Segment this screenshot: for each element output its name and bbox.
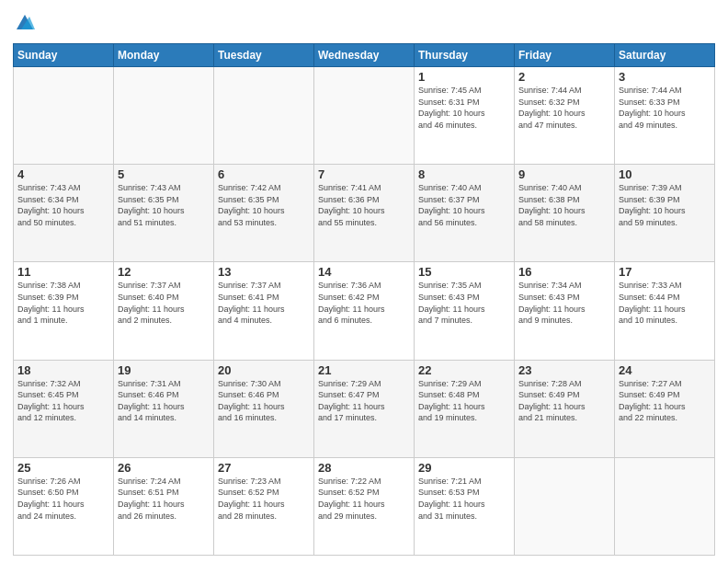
day-number: 2 — [518, 70, 610, 84]
calendar-cell: 9Sunrise: 7:40 AMSunset: 6:38 PMDaylight… — [515, 165, 615, 262]
calendar-cell: 28Sunrise: 7:22 AMSunset: 6:52 PMDayligh… — [314, 457, 415, 555]
weekday-header-sunday: Sunday — [14, 44, 114, 67]
day-info: Sunrise: 7:36 AMSunset: 6:42 PMDaylight:… — [318, 280, 410, 326]
calendar-cell: 5Sunrise: 7:43 AMSunset: 6:35 PMDaylight… — [114, 165, 214, 262]
day-info: Sunrise: 7:21 AMSunset: 6:53 PMDaylight:… — [418, 476, 510, 522]
calendar-cell: 10Sunrise: 7:39 AMSunset: 6:39 PMDayligh… — [615, 165, 715, 262]
calendar-cell: 18Sunrise: 7:32 AMSunset: 6:45 PMDayligh… — [14, 360, 114, 457]
calendar-cell: 11Sunrise: 7:38 AMSunset: 6:39 PMDayligh… — [14, 262, 114, 360]
calendar-cell: 24Sunrise: 7:27 AMSunset: 6:49 PMDayligh… — [615, 360, 715, 457]
calendar-week-row: 11Sunrise: 7:38 AMSunset: 6:39 PMDayligh… — [14, 262, 715, 360]
calendar-cell: 23Sunrise: 7:28 AMSunset: 6:49 PMDayligh… — [515, 360, 615, 457]
day-info: Sunrise: 7:40 AMSunset: 6:37 PMDaylight:… — [418, 182, 510, 228]
calendar-cell: 14Sunrise: 7:36 AMSunset: 6:42 PMDayligh… — [314, 262, 415, 360]
day-info: Sunrise: 7:26 AMSunset: 6:50 PMDaylight:… — [17, 476, 109, 522]
day-info: Sunrise: 7:45 AMSunset: 6:31 PMDaylight:… — [418, 85, 510, 131]
day-number: 23 — [518, 363, 610, 377]
day-info: Sunrise: 7:40 AMSunset: 6:38 PMDaylight:… — [518, 182, 610, 228]
day-number: 28 — [318, 461, 410, 475]
day-number: 5 — [118, 167, 210, 181]
calendar-cell: 22Sunrise: 7:29 AMSunset: 6:48 PMDayligh… — [415, 360, 515, 457]
calendar-cell: 4Sunrise: 7:43 AMSunset: 6:34 PMDaylight… — [14, 165, 114, 262]
day-number: 3 — [619, 70, 711, 84]
logo-icon — [15, 13, 35, 33]
day-number: 29 — [418, 461, 510, 475]
day-info: Sunrise: 7:29 AMSunset: 6:48 PMDaylight:… — [418, 378, 510, 424]
calendar-week-row: 25Sunrise: 7:26 AMSunset: 6:50 PMDayligh… — [14, 457, 715, 555]
weekday-header-friday: Friday — [515, 44, 615, 67]
day-info: Sunrise: 7:37 AMSunset: 6:40 PMDaylight:… — [118, 280, 210, 326]
day-number: 17 — [619, 265, 711, 279]
weekday-header-wednesday: Wednesday — [314, 44, 415, 67]
calendar-cell: 27Sunrise: 7:23 AMSunset: 6:52 PMDayligh… — [214, 457, 314, 555]
calendar-cell: 7Sunrise: 7:41 AMSunset: 6:36 PMDaylight… — [314, 165, 415, 262]
day-info: Sunrise: 7:33 AMSunset: 6:44 PMDaylight:… — [619, 280, 711, 326]
day-number: 14 — [318, 265, 410, 279]
calendar-cell: 20Sunrise: 7:30 AMSunset: 6:46 PMDayligh… — [214, 360, 314, 457]
day-number: 20 — [218, 363, 310, 377]
day-number: 12 — [118, 265, 210, 279]
calendar-cell: 26Sunrise: 7:24 AMSunset: 6:51 PMDayligh… — [114, 457, 214, 555]
calendar-cell: 17Sunrise: 7:33 AMSunset: 6:44 PMDayligh… — [615, 262, 715, 360]
day-info: Sunrise: 7:43 AMSunset: 6:35 PMDaylight:… — [118, 182, 210, 228]
weekday-header-row: SundayMondayTuesdayWednesdayThursdayFrid… — [14, 44, 715, 67]
calendar-cell: 1Sunrise: 7:45 AMSunset: 6:31 PMDaylight… — [415, 67, 515, 165]
day-number: 16 — [518, 265, 610, 279]
calendar-week-row: 4Sunrise: 7:43 AMSunset: 6:34 PMDaylight… — [14, 165, 715, 262]
calendar-week-row: 18Sunrise: 7:32 AMSunset: 6:45 PMDayligh… — [14, 360, 715, 457]
page: SundayMondayTuesdayWednesdayThursdayFrid… — [0, 0, 728, 563]
day-number: 15 — [418, 265, 510, 279]
day-info: Sunrise: 7:28 AMSunset: 6:49 PMDaylight:… — [518, 378, 610, 424]
day-info: Sunrise: 7:32 AMSunset: 6:45 PMDaylight:… — [17, 378, 109, 424]
calendar-cell: 13Sunrise: 7:37 AMSunset: 6:41 PMDayligh… — [214, 262, 314, 360]
day-number: 21 — [318, 363, 410, 377]
day-info: Sunrise: 7:44 AMSunset: 6:32 PMDaylight:… — [518, 85, 610, 131]
day-number: 19 — [118, 363, 210, 377]
calendar-cell: 2Sunrise: 7:44 AMSunset: 6:32 PMDaylight… — [515, 67, 615, 165]
header — [13, 9, 715, 38]
day-info: Sunrise: 7:31 AMSunset: 6:46 PMDaylight:… — [118, 378, 210, 424]
weekday-header-monday: Monday — [114, 44, 214, 67]
calendar-cell — [515, 457, 615, 555]
day-number: 13 — [218, 265, 310, 279]
calendar-cell: 21Sunrise: 7:29 AMSunset: 6:47 PMDayligh… — [314, 360, 415, 457]
calendar-cell: 25Sunrise: 7:26 AMSunset: 6:50 PMDayligh… — [14, 457, 114, 555]
day-number: 24 — [619, 363, 711, 377]
day-info: Sunrise: 7:42 AMSunset: 6:35 PMDaylight:… — [218, 182, 310, 228]
day-number: 27 — [218, 461, 310, 475]
calendar-cell — [114, 67, 214, 165]
calendar-cell: 3Sunrise: 7:44 AMSunset: 6:33 PMDaylight… — [615, 67, 715, 165]
calendar-table: SundayMondayTuesdayWednesdayThursdayFrid… — [13, 43, 715, 556]
day-number: 25 — [17, 461, 109, 475]
day-number: 10 — [619, 167, 711, 181]
day-info: Sunrise: 7:39 AMSunset: 6:39 PMDaylight:… — [619, 182, 711, 228]
calendar-cell: 19Sunrise: 7:31 AMSunset: 6:46 PMDayligh… — [114, 360, 214, 457]
calendar-cell: 29Sunrise: 7:21 AMSunset: 6:53 PMDayligh… — [415, 457, 515, 555]
day-info: Sunrise: 7:23 AMSunset: 6:52 PMDaylight:… — [218, 476, 310, 522]
day-info: Sunrise: 7:30 AMSunset: 6:46 PMDaylight:… — [218, 378, 310, 424]
day-number: 18 — [17, 363, 109, 377]
day-number: 1 — [418, 70, 510, 84]
day-info: Sunrise: 7:29 AMSunset: 6:47 PMDaylight:… — [318, 378, 410, 424]
day-info: Sunrise: 7:41 AMSunset: 6:36 PMDaylight:… — [318, 182, 410, 228]
day-number: 7 — [318, 167, 410, 181]
day-number: 22 — [418, 363, 510, 377]
day-info: Sunrise: 7:27 AMSunset: 6:49 PMDaylight:… — [619, 378, 711, 424]
day-number: 9 — [518, 167, 610, 181]
day-info: Sunrise: 7:22 AMSunset: 6:52 PMDaylight:… — [318, 476, 410, 522]
day-info: Sunrise: 7:37 AMSunset: 6:41 PMDaylight:… — [218, 280, 310, 326]
day-info: Sunrise: 7:43 AMSunset: 6:34 PMDaylight:… — [17, 182, 109, 228]
calendar-cell — [14, 67, 114, 165]
calendar-cell — [615, 457, 715, 555]
day-number: 26 — [118, 461, 210, 475]
day-info: Sunrise: 7:38 AMSunset: 6:39 PMDaylight:… — [17, 280, 109, 326]
day-info: Sunrise: 7:34 AMSunset: 6:43 PMDaylight:… — [518, 280, 610, 326]
day-number: 8 — [418, 167, 510, 181]
weekday-header-tuesday: Tuesday — [214, 44, 314, 67]
logo — [13, 13, 35, 38]
calendar-cell — [314, 67, 415, 165]
day-info: Sunrise: 7:24 AMSunset: 6:51 PMDaylight:… — [118, 476, 210, 522]
day-number: 11 — [17, 265, 109, 279]
calendar-cell: 8Sunrise: 7:40 AMSunset: 6:37 PMDaylight… — [415, 165, 515, 262]
calendar-cell: 16Sunrise: 7:34 AMSunset: 6:43 PMDayligh… — [515, 262, 615, 360]
